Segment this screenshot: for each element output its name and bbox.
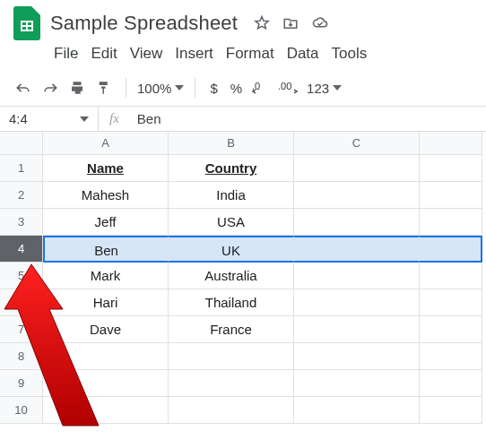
chevron-down-icon xyxy=(80,116,89,122)
row-header-4[interactable]: 4 xyxy=(0,236,43,263)
row-header-1[interactable]: 1 xyxy=(0,155,43,182)
cell-b5[interactable]: Australia xyxy=(169,263,294,289)
print-button[interactable] xyxy=(66,75,88,100)
zoom-dropdown[interactable]: 100% xyxy=(137,81,184,96)
star-icon[interactable] xyxy=(254,15,270,31)
toolbar: 100% $ % .0 .00 123 xyxy=(0,70,486,107)
cell-c10[interactable] xyxy=(294,397,420,424)
col-header-d[interactable] xyxy=(420,132,482,155)
cell-b9[interactable] xyxy=(169,370,294,397)
more-formats-dropdown[interactable]: 123 xyxy=(307,81,342,96)
cell-d1[interactable] xyxy=(420,155,482,182)
cell-d10[interactable] xyxy=(420,397,482,424)
cell-b4[interactable]: UK xyxy=(169,236,294,263)
menu-edit[interactable]: Edit xyxy=(91,45,117,63)
separator xyxy=(195,78,195,98)
menu-bar: File Edit View Insert Format Data Tools xyxy=(11,39,475,70)
more-formats-label: 123 xyxy=(307,81,329,96)
cell-a3[interactable]: Jeff xyxy=(43,209,169,236)
cell-a2[interactable]: Mahesh xyxy=(43,182,169,209)
cell-c8[interactable] xyxy=(294,343,420,370)
col-header-c[interactable]: C xyxy=(294,132,420,155)
cloud-status-icon[interactable] xyxy=(311,15,329,31)
cell-b8[interactable] xyxy=(169,343,294,370)
menu-view[interactable]: View xyxy=(130,45,163,63)
redo-button[interactable] xyxy=(39,75,61,100)
cell-d7[interactable] xyxy=(420,316,482,343)
cell-b6[interactable]: Thailand xyxy=(169,289,294,316)
formula-input[interactable] xyxy=(130,107,486,131)
cell-b10[interactable] xyxy=(169,397,294,424)
cell-d5[interactable] xyxy=(420,263,482,289)
row-header-2[interactable]: 2 xyxy=(0,182,43,209)
row-header-3[interactable]: 3 xyxy=(0,209,43,236)
cell-c2[interactable] xyxy=(294,182,420,209)
row-header-9[interactable]: 9 xyxy=(0,370,43,397)
col-header-b[interactable]: B xyxy=(169,132,294,155)
name-box[interactable]: 4:4 xyxy=(0,107,99,131)
cell-a5[interactable]: Mark xyxy=(43,263,169,289)
zoom-value: 100% xyxy=(137,81,171,96)
cell-b7[interactable]: France xyxy=(169,316,294,343)
cell-c4[interactable] xyxy=(294,236,420,263)
name-box-value: 4:4 xyxy=(9,111,28,126)
menu-format[interactable]: Format xyxy=(226,45,274,63)
cell-c1[interactable] xyxy=(294,155,420,182)
cell-b3[interactable]: USA xyxy=(169,209,294,236)
undo-button[interactable] xyxy=(13,75,34,100)
menu-insert[interactable]: Insert xyxy=(175,45,213,63)
fx-label: fx xyxy=(99,111,130,126)
menu-data[interactable]: Data xyxy=(287,45,319,63)
paint-format-button[interactable] xyxy=(93,75,115,100)
cell-d3[interactable] xyxy=(420,209,482,236)
sheets-logo xyxy=(11,7,43,39)
separator xyxy=(126,78,126,98)
format-percent[interactable]: % xyxy=(227,81,246,96)
cell-b2[interactable]: India xyxy=(169,182,294,209)
cell-d6[interactable] xyxy=(420,289,482,316)
move-icon[interactable] xyxy=(282,15,299,31)
row-header-7[interactable]: 7 xyxy=(0,316,43,343)
select-all-corner[interactable] xyxy=(0,132,43,155)
cell-a9[interactable] xyxy=(43,370,169,397)
svg-text:.0: .0 xyxy=(252,81,260,91)
cell-a8[interactable] xyxy=(43,343,169,370)
document-title[interactable]: Sample Spreadsheet xyxy=(50,12,238,35)
row-header-10[interactable]: 10 xyxy=(0,397,43,424)
menu-file[interactable]: File xyxy=(54,45,78,63)
cell-a1[interactable]: Name xyxy=(43,155,169,182)
cell-d8[interactable] xyxy=(420,343,482,370)
cell-c7[interactable] xyxy=(294,316,420,343)
cell-d9[interactable] xyxy=(420,370,482,397)
cell-c9[interactable] xyxy=(294,370,420,397)
cell-d4[interactable] xyxy=(420,236,482,263)
cell-c3[interactable] xyxy=(294,209,420,236)
row-header-8[interactable]: 8 xyxy=(0,343,43,370)
cell-a7[interactable]: Dave xyxy=(43,316,169,343)
menu-tools[interactable]: Tools xyxy=(332,45,368,63)
cell-c5[interactable] xyxy=(294,263,420,289)
format-currency[interactable]: $ xyxy=(206,81,221,96)
increase-decimal[interactable]: .00 xyxy=(278,75,301,100)
cell-c6[interactable] xyxy=(294,289,420,316)
spreadsheet-grid[interactable]: A B C 1 Name Country 2 Mahesh India 3 Je… xyxy=(0,132,486,424)
cell-a10[interactable] xyxy=(43,397,169,424)
col-header-a[interactable]: A xyxy=(43,132,169,155)
decrease-decimal[interactable]: .0 xyxy=(251,75,273,100)
row-header-6[interactable]: 6 xyxy=(0,289,43,316)
row-header-5[interactable]: 5 xyxy=(0,263,43,289)
cell-d2[interactable] xyxy=(420,182,482,209)
cell-a6[interactable]: Hari xyxy=(43,289,169,316)
svg-text:.00: .00 xyxy=(278,81,291,91)
cell-b1[interactable]: Country xyxy=(169,155,294,182)
cell-a4[interactable]: Ben xyxy=(43,236,169,263)
